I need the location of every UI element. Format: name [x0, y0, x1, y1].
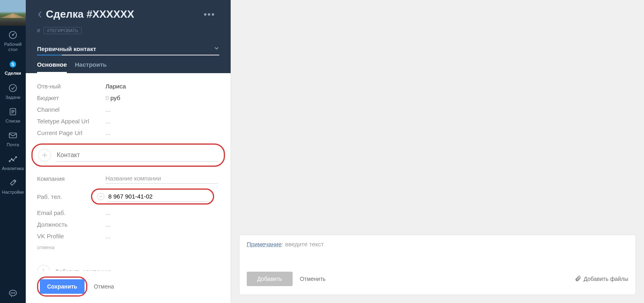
svg-point-13: [16, 157, 17, 158]
deal-title: Сделка #XXXXXX: [46, 8, 200, 20]
paperclip-icon: [575, 275, 581, 283]
tag-input[interactable]: #ТЕГИРОВАТЬ: [43, 27, 82, 34]
deals-icon: S: [8, 59, 18, 69]
note-card: Примечание: введите текст Добавить Отмен…: [239, 235, 636, 295]
field-company: Компания Название компании: [37, 171, 219, 186]
field-vk: VK Profile ...: [37, 230, 219, 242]
nav-label: Аналитика: [2, 166, 24, 171]
contact-select-label: Первичный контакт: [37, 45, 96, 52]
right-pane: Примечание: введите текст Добавить Отмен…: [231, 0, 644, 303]
hash-icon: #: [37, 27, 40, 34]
tab-main[interactable]: Основное: [37, 61, 67, 73]
primary-contact-select[interactable]: Первичный контакт: [37, 45, 219, 55]
save-button[interactable]: Сохранить: [40, 279, 85, 294]
cancel-button[interactable]: Отмена: [94, 283, 114, 290]
field-work-phone: Раб. тел.: [37, 186, 219, 207]
phone-type-toggle-icon[interactable]: [97, 193, 104, 200]
note-placeholder: введите текст: [285, 241, 324, 248]
back-chevron-icon[interactable]: [37, 10, 43, 19]
add-contact-icon[interactable]: [38, 149, 51, 162]
check-circle-icon: [8, 83, 18, 93]
wrench-icon: [8, 178, 18, 188]
note-input[interactable]: Примечание: введите текст: [247, 241, 628, 248]
tab-configure[interactable]: Настроить: [75, 61, 107, 73]
svg-point-18: [14, 293, 15, 293]
svg-point-1: [12, 35, 13, 35]
nav-label: Почта: [7, 142, 19, 147]
phone-highlight-box: [91, 188, 214, 205]
nav-label: Настройки: [2, 190, 24, 195]
gauge-icon: [8, 30, 18, 40]
form-footer: Сохранить Отмена: [26, 271, 231, 303]
detail-header: Сделка #XXXXXX ••• # #ТЕГИРОВАТЬ Первичн…: [26, 0, 231, 73]
mail-icon: [8, 130, 18, 141]
field-position: Должность ...: [37, 219, 219, 230]
add-company-button[interactable]: Добавить компанию: [55, 268, 111, 271]
list-icon: [8, 106, 18, 117]
position-value[interactable]: ...: [105, 221, 111, 228]
responsible-value[interactable]: Лариса: [105, 83, 126, 90]
contact-highlight-box: [31, 143, 225, 167]
svg-point-12: [13, 160, 14, 161]
svg-point-17: [12, 293, 13, 293]
attach-files-button[interactable]: Добавить файлы: [575, 275, 628, 283]
field-responsible: Отв-ный Лариса: [37, 80, 219, 92]
channel-value[interactable]: ...: [105, 106, 111, 113]
form-body: Отв-ный Лариса Бюджет 0руб Channel ... T…: [26, 73, 231, 271]
sidebar-item-deals[interactable]: S Сделки: [0, 55, 26, 78]
svg-point-11: [11, 159, 12, 160]
add-company-row: Добавить компанию: [37, 265, 219, 271]
work-email-value[interactable]: ...: [105, 209, 111, 216]
analytics-icon: [8, 154, 18, 164]
deal-detail-panel: Сделка #XXXXXX ••• # #ТЕГИРОВАТЬ Первичн…: [26, 0, 231, 303]
stage-pill-underline[interactable]: [37, 55, 219, 55]
nav-label: Рабочий стол: [4, 42, 21, 52]
field-budget: Бюджет 0руб: [37, 92, 219, 104]
svg-point-4: [9, 84, 17, 92]
sidebar: Рабочий стол S Сделки Задачи Списки Почт…: [0, 0, 26, 303]
company-placeholder[interactable]: Название компании: [105, 173, 218, 184]
work-phone-input[interactable]: [107, 191, 208, 202]
sidebar-item-tasks[interactable]: Задачи: [0, 79, 26, 102]
nav-label: Списки: [6, 119, 21, 124]
svg-point-14: [14, 180, 16, 182]
current-page-value[interactable]: ...: [105, 129, 111, 136]
sidebar-item-settings[interactable]: Настройки: [0, 174, 26, 197]
budget-value[interactable]: 0руб: [105, 94, 120, 101]
sidebar-item-dashboard[interactable]: Рабочий стол: [0, 26, 26, 55]
chat-icon[interactable]: [0, 284, 26, 303]
detail-tabs: Основное Настроить: [37, 61, 219, 73]
svg-rect-9: [9, 133, 17, 138]
sidebar-item-lists[interactable]: Списки: [0, 102, 26, 126]
sidebar-item-mail[interactable]: Почта: [0, 126, 26, 150]
more-menu-icon[interactable]: •••: [200, 9, 219, 20]
nav-label: Задачи: [6, 95, 21, 100]
contact-name-input[interactable]: [56, 149, 218, 162]
vk-value[interactable]: ...: [105, 233, 111, 240]
teletype-value[interactable]: ...: [105, 118, 111, 125]
field-channel: Channel ...: [37, 104, 219, 115]
sidebar-item-analytics[interactable]: Аналитика: [0, 150, 26, 174]
save-highlight-box: Сохранить: [37, 276, 87, 297]
avatar[interactable]: [0, 0, 26, 26]
field-current-page: Current Page Url ...: [37, 127, 219, 139]
svg-point-16: [11, 293, 12, 293]
nav-label: Сделки: [5, 71, 21, 76]
svg-text:S: S: [11, 62, 14, 67]
note-add-button[interactable]: Добавить: [247, 272, 293, 286]
note-cancel-button[interactable]: Отменить: [300, 276, 326, 282]
note-label: Примечание: [247, 241, 282, 248]
field-work-email: Email раб. ...: [37, 207, 219, 219]
svg-point-10: [9, 161, 10, 162]
contact-cancel-link[interactable]: отмена: [37, 244, 54, 250]
add-company-icon[interactable]: [37, 265, 50, 271]
chevron-down-icon: [214, 45, 219, 52]
field-teletype: Teletype Appeal Url ...: [37, 115, 219, 127]
